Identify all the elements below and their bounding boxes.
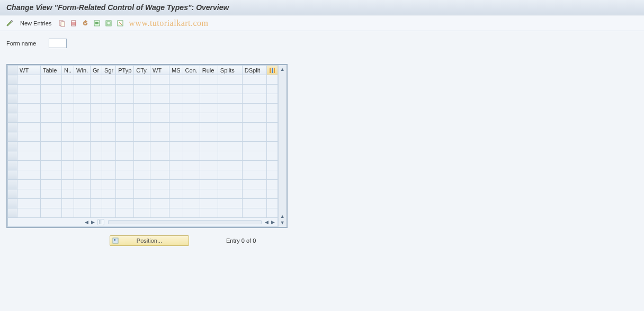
table-cell[interactable] [150,151,169,161]
table-cell[interactable] [116,180,134,189]
table-cell[interactable] [134,75,150,85]
select-block-icon[interactable] [103,18,114,29]
table-cell[interactable] [134,132,150,142]
table-cell[interactable] [183,180,200,189]
row-selector[interactable] [8,75,17,85]
table-cell[interactable] [41,180,62,189]
table-cell[interactable] [91,170,102,180]
table-cell[interactable] [102,142,116,151]
table-cell[interactable] [62,94,74,104]
col-header-ms[interactable]: MS [169,66,183,75]
table-cell[interactable] [102,123,116,132]
deselect-all-icon[interactable] [115,18,126,29]
table-cell[interactable] [116,75,134,85]
col-header-wt[interactable]: WT [150,66,169,75]
undo-icon[interactable] [80,18,91,29]
table-cell[interactable] [41,113,62,123]
row-selector[interactable] [8,104,17,113]
table-cell[interactable] [218,151,242,161]
table-cell[interactable] [242,142,266,151]
table-cell[interactable] [62,85,74,94]
table-cell[interactable] [62,75,74,85]
table-cell[interactable] [17,208,41,218]
table-cell[interactable] [17,142,41,151]
table-cell[interactable] [116,113,134,123]
table-cell[interactable] [242,75,266,85]
table-cell[interactable] [169,113,183,123]
table-cell[interactable] [102,151,116,161]
table-cell[interactable] [62,104,74,113]
table-cell[interactable] [134,208,150,218]
table-cell[interactable] [17,161,41,170]
table-cell[interactable] [102,199,116,208]
table-cell[interactable] [17,104,41,113]
table-cell[interactable] [169,199,183,208]
table-cell[interactable] [134,170,150,180]
table-cell[interactable] [183,151,200,161]
table-cell[interactable] [242,113,266,123]
table-cell[interactable] [242,123,266,132]
table-cell[interactable] [74,180,91,189]
table-cell[interactable] [242,94,266,104]
table-cell[interactable] [62,142,74,151]
table-cell[interactable] [150,104,169,113]
table-cell[interactable] [169,151,183,161]
scroll-right2-icon[interactable]: ▶ [270,219,276,225]
table-cell[interactable] [200,180,218,189]
table-cell[interactable] [242,151,266,161]
table-cell[interactable] [200,151,218,161]
table-cell[interactable] [41,94,62,104]
table-cell[interactable] [218,170,242,180]
table-cell[interactable] [41,208,62,218]
table-cell[interactable] [200,123,218,132]
table-cell[interactable] [242,132,266,142]
table-cell[interactable] [116,132,134,142]
table-cell[interactable] [150,189,169,199]
row-selector[interactable] [8,123,17,132]
form-name-input[interactable] [49,39,67,48]
table-cell[interactable] [183,142,200,151]
table-cell[interactable] [169,189,183,199]
table-cell[interactable] [218,142,242,151]
table-cell[interactable] [91,189,102,199]
scroll-left-icon[interactable]: ◀ [83,219,90,225]
table-cell[interactable] [91,113,102,123]
table-cell[interactable] [134,189,150,199]
table-cell[interactable] [218,132,242,142]
table-cell[interactable] [183,189,200,199]
table-cell[interactable] [91,142,102,151]
table-cell[interactable] [74,189,91,199]
scroll-up-icon[interactable]: ▲ [279,66,285,72]
copy-icon[interactable] [57,18,67,29]
table-cell[interactable] [150,113,169,123]
table-cell[interactable] [134,142,150,151]
table-cell[interactable] [17,170,41,180]
table-cell[interactable] [116,123,134,132]
table-cell[interactable] [183,75,200,85]
position-button[interactable]: Position... [110,235,189,246]
table-cell[interactable] [17,151,41,161]
table-cell[interactable] [150,85,169,94]
table-cell[interactable] [74,85,91,94]
table-cell[interactable] [218,113,242,123]
configure-columns-icon[interactable] [266,66,278,75]
col-header-sgr[interactable]: Sgr [102,66,116,75]
table-cell[interactable] [242,199,266,208]
table-cell[interactable] [218,199,242,208]
table-cell[interactable] [116,189,134,199]
table-cell[interactable] [62,123,74,132]
table-cell[interactable] [116,94,134,104]
table-cell[interactable] [183,208,200,218]
col-header-rule[interactable]: Rule [200,66,218,75]
table-cell[interactable] [134,113,150,123]
col-header-gr[interactable]: Gr [91,66,102,75]
table-cell[interactable] [150,123,169,132]
table-cell[interactable] [116,104,134,113]
table-cell[interactable] [74,94,91,104]
horizontal-scrollbar[interactable]: ◀▶◀▶ [8,218,278,226]
table-cell[interactable] [200,132,218,142]
table-cell[interactable] [91,199,102,208]
table-cell[interactable] [91,151,102,161]
table-cell[interactable] [91,180,102,189]
table-cell[interactable] [242,161,266,170]
